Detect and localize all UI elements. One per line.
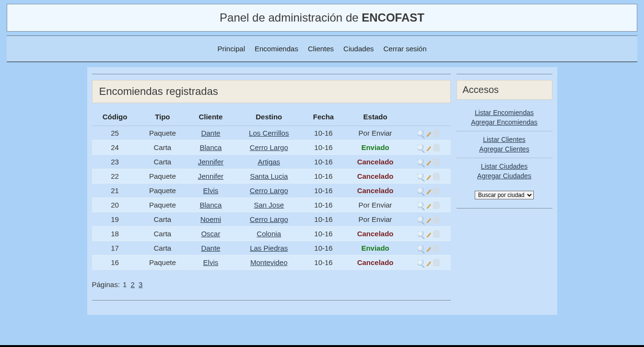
delete-icon[interactable] [433,260,440,266]
cell-fecha: 10-16 [304,198,344,212]
view-icon[interactable] [418,159,424,166]
page-title: Panel de administración de ENCOFAST [7,11,637,24]
accesos-panel: Accesos Listar EncomiendasAgregar Encomi… [457,80,552,208]
destino-link[interactable]: Las Piedras [250,244,288,252]
cell-fecha: 10-16 [304,227,344,241]
cell-destino: Cerro Largo [234,212,304,227]
access-link[interactable]: Listar Clientes [457,135,552,145]
cell-actions [407,169,451,184]
encomiendas-table: CódigoTipoClienteDestinoFechaEstado 25Pa… [92,109,451,270]
cell-fecha: 10-16 [304,241,344,255]
edit-icon[interactable] [425,174,432,180]
destino-link[interactable]: Cerro Largo [250,215,288,223]
access-group: Listar EncomiendasAgregar Encomiendas [457,104,552,131]
cliente-link[interactable]: Elvis [203,258,219,266]
status-badge: Cancelado [357,172,394,180]
delete-icon[interactable] [433,174,440,180]
nav-link-encomiendas[interactable]: Encomiendas [255,45,298,53]
access-link[interactable]: Listar Ciudades [457,162,552,172]
cliente-link[interactable]: Elvis [203,186,219,195]
destino-link[interactable]: Montevideo [250,258,288,266]
nav-link-ciudades[interactable]: Ciudades [343,45,374,53]
edit-icon[interactable] [425,188,432,195]
nav-link-principal[interactable]: Principal [217,45,245,53]
cliente-link[interactable]: Dante [201,244,220,252]
cliente-link[interactable]: Dante [201,129,220,137]
delete-icon[interactable] [433,217,440,223]
pager-link[interactable]: 2 [131,280,135,289]
delete-icon[interactable] [433,159,440,166]
cell-tipo: Carta [138,212,187,227]
delete-icon[interactable] [433,245,440,252]
status-badge: Cancelado [357,258,394,266]
edit-icon[interactable] [425,260,432,266]
cell-destino: Cerro Largo [234,184,304,198]
destino-link[interactable]: Colonia [257,230,281,238]
edit-icon[interactable] [425,145,432,151]
access-link[interactable]: Agregar Ciudades [457,172,552,181]
access-link[interactable]: Agregar Encomiendas [457,118,552,127]
table-row: 24CartaBlancaCerro Largo10-16Enviado [92,140,451,155]
access-link[interactable]: Agregar Clientes [457,145,552,154]
destino-link[interactable]: Artigas [258,158,280,166]
delete-icon[interactable] [433,188,440,195]
cell-codigo: 16 [92,255,138,270]
destino-link[interactable]: Cerro Largo [250,186,288,195]
divider [92,300,451,301]
cell-cliente: Dante [187,241,234,255]
cliente-link[interactable]: Noemi [200,215,221,223]
cliente-link[interactable]: Blanca [199,143,222,151]
view-icon[interactable] [418,217,424,223]
edit-icon[interactable] [425,231,432,238]
pager-link[interactable]: 3 [139,280,142,289]
cell-codigo: 22 [92,169,138,184]
cliente-link[interactable]: Jennifer [198,158,223,166]
destino-link[interactable]: Cerro Largo [250,143,288,151]
view-icon[interactable] [418,174,424,180]
column-header: Fecha [304,109,344,126]
cell-estado: Por Enviar [343,212,407,227]
edit-icon[interactable] [425,217,432,223]
cell-estado: Cancelado [343,169,407,184]
destino-link[interactable]: San Jose [254,201,284,209]
table-row: 22PaqueteJenniferSanta Lucia10-16Cancela… [92,169,451,184]
view-icon[interactable] [418,260,424,266]
cliente-link[interactable]: Blanca [199,201,222,209]
edit-icon[interactable] [425,159,432,166]
cell-actions [407,241,451,255]
view-icon[interactable] [418,202,424,209]
cell-codigo: 23 [92,155,138,169]
cell-actions [407,227,451,241]
access-link[interactable]: Listar Encomiendas [457,108,552,118]
cell-cliente: Blanca [187,140,234,155]
cell-cliente: Noemi [187,212,234,227]
cell-estado: Por Enviar [343,126,407,140]
edit-icon[interactable] [425,130,432,137]
nav-link-clientes[interactable]: Clientes [308,45,334,53]
cell-cliente: Oscar [187,227,234,241]
view-icon[interactable] [418,145,424,151]
cell-actions [407,126,451,140]
delete-icon[interactable] [433,130,440,137]
cliente-link[interactable]: Oscar [201,230,220,238]
cell-tipo: Carta [138,140,187,155]
delete-icon[interactable] [433,231,440,238]
cell-tipo: Paquete [138,126,187,140]
delete-icon[interactable] [433,145,440,151]
view-icon[interactable] [418,231,424,238]
content: Encomiendas registradas CódigoTipoClient… [87,67,557,315]
cell-codigo: 20 [92,198,138,212]
delete-icon[interactable] [433,202,440,209]
search-city-select[interactable]: Buscar por ciudad [475,191,534,199]
view-icon[interactable] [418,130,424,137]
view-icon[interactable] [418,245,424,252]
cell-actions [407,155,451,169]
destino-link[interactable]: Los Cerrillos [249,129,289,137]
cliente-link[interactable]: Jennifer [198,172,223,180]
view-icon[interactable] [418,188,424,195]
table-row: 18CartaOscarColonia10-16Cancelado [92,227,451,241]
destino-link[interactable]: Santa Lucia [250,172,288,180]
nav-link-cerrar-sesión[interactable]: Cerrar sesión [383,45,426,53]
edit-icon[interactable] [425,245,432,252]
edit-icon[interactable] [425,202,432,209]
